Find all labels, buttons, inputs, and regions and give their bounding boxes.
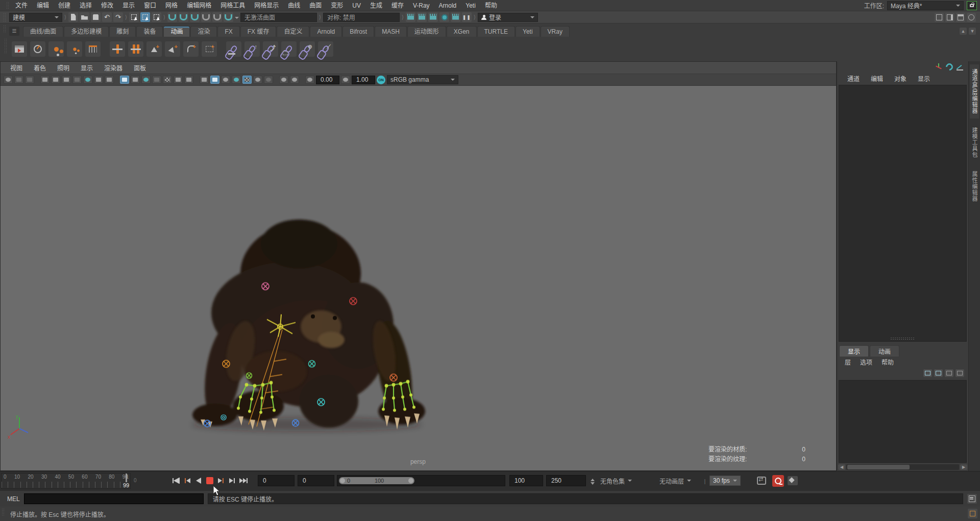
isolate-select-icon[interactable] [279, 76, 288, 84]
shelf-tab-0[interactable]: 曲线/曲面 [23, 26, 63, 37]
section-collapse[interactable]: ⟩ [163, 13, 166, 22]
sidebar-vtab-2[interactable]: 属性编辑器 [970, 167, 979, 206]
chevron-down-icon[interactable] [235, 17, 239, 21]
menu-item-2[interactable]: 创建 [54, 0, 75, 11]
gamma-field[interactable]: 1.00 [352, 76, 375, 84]
range-preset-spinner[interactable] [591, 477, 595, 487]
view-transform-selector[interactable]: sRGB gamma [387, 75, 458, 84]
speed-state-icon[interactable] [945, 63, 953, 71]
toggle-channel-box-button[interactable] [967, 13, 976, 22]
shelf-tab-4[interactable]: 动画 [163, 26, 190, 37]
render-settings-button[interactable] [451, 12, 460, 22]
playback-end-field[interactable]: 100 [509, 475, 543, 486]
bake-keys-icon[interactable]: + [202, 41, 217, 57]
set-driven-key-icon[interactable] [30, 41, 45, 57]
snap-grid-button[interactable] [167, 12, 177, 22]
layer-menu-1[interactable]: 选项 [855, 358, 877, 366]
select-camera-icon[interactable] [40, 76, 50, 84]
menu-item-15[interactable]: 生成 [365, 0, 387, 11]
channel-box-menu-2[interactable]: 对象 [889, 74, 912, 83]
menu-item-20[interactable]: 帮助 [480, 0, 502, 11]
sidebar-vtab-0[interactable]: 通道盒/层编辑器 [970, 64, 979, 119]
menu-item-5[interactable]: 显示 [118, 0, 139, 11]
step-back-key-button[interactable] [182, 476, 192, 486]
menu-item-8[interactable]: 编辑网格 [182, 0, 216, 11]
snap-projected-center-button[interactable] [201, 12, 211, 22]
viewport-menu-5[interactable]: 面板 [128, 63, 152, 72]
character-set-selector[interactable]: 无角色集 [600, 476, 632, 486]
aim-constraint-icon[interactable] [281, 41, 297, 57]
animation-end-field[interactable]: 250 [546, 475, 586, 486]
bookmark-icon[interactable] [72, 76, 82, 84]
shelf-tab-8[interactable]: 自定义 [277, 26, 309, 37]
menu-item-19[interactable]: Yeti [461, 0, 480, 11]
shelf-tab-7[interactable]: FX 缓存 [240, 26, 277, 37]
menu-item-18[interactable]: Arnold [434, 0, 461, 11]
section-collapse[interactable]: ⟩ [401, 13, 404, 22]
motion-trail-icon[interactable]: + [183, 41, 199, 57]
xyz-filter-icon[interactable] [935, 63, 943, 71]
viewcube-toggle-icon[interactable] [4, 76, 13, 84]
render-view-button[interactable] [439, 12, 449, 22]
resolution-gate-icon[interactable] [141, 76, 151, 84]
create-light-icon[interactable] [83, 76, 92, 84]
viewport-canvas[interactable]: y x persp 要渲染的材质:0 要渲染的纹理:0 [1, 86, 836, 470]
channel-box-menu-0[interactable]: 通道 [842, 74, 865, 83]
menu-item-11[interactable]: 曲线 [283, 0, 305, 11]
shelf-tab-5[interactable]: 渲染 [190, 26, 217, 37]
range-slider-track[interactable]: 0 100 [339, 477, 414, 484]
playback-loop-icon[interactable] [757, 477, 766, 485]
go-to-end-button[interactable] [238, 476, 249, 486]
channel-box-menu-3[interactable]: 显示 [913, 74, 935, 83]
viewport-menu-1[interactable]: 着色 [28, 63, 52, 72]
exposure-field[interactable]: 0.00 [316, 76, 339, 84]
scroll-right-icon[interactable]: ▶ [960, 464, 967, 470]
animation-start-field[interactable]: 0 [258, 475, 295, 486]
make-live-button[interactable] [224, 12, 233, 22]
channel-box-list[interactable] [839, 85, 967, 342]
gate-mask-icon[interactable] [152, 76, 161, 84]
channel-box-menu-1[interactable]: 编辑 [866, 74, 888, 83]
grid-toggle-icon[interactable] [120, 76, 129, 84]
sidebar-vtab-1[interactable]: 建模工具包 [970, 123, 979, 162]
layer-scrollbar[interactable] [846, 464, 959, 470]
field-chart-icon[interactable] [163, 76, 172, 84]
orient-constraint-icon[interactable]: ⤴ [263, 41, 278, 57]
menu-item-12[interactable]: 曲面 [305, 0, 326, 11]
section-collapse[interactable]: ⟩ [64, 13, 67, 22]
live-surface-field[interactable]: 无激活曲面 [240, 13, 317, 22]
lock-camera-icon[interactable] [51, 76, 60, 84]
select-object-button[interactable] [140, 12, 150, 22]
shelf-tab-13[interactable]: XGen [447, 26, 477, 37]
menu-item-16[interactable]: 缓存 [387, 0, 408, 11]
set-key-icon[interactable] [110, 41, 125, 57]
section-collapse[interactable]: ⟩ [318, 13, 322, 22]
fps-selector[interactable]: 30 fps [709, 476, 741, 486]
cluster-icon[interactable] [48, 41, 64, 57]
set-key-options-icon[interactable] [128, 41, 143, 57]
move-layer-down-icon[interactable] [934, 369, 943, 377]
command-language-button[interactable]: MEL [3, 495, 20, 503]
lattice-points-icon[interactable] [67, 41, 82, 57]
menu-item-10[interactable]: 网格显示 [250, 0, 283, 11]
exposure-reset-icon[interactable] [305, 76, 314, 84]
workspace-lock-button[interactable] [967, 1, 977, 10]
snap-view-plane-button[interactable] [212, 12, 222, 22]
pause-viewport-button[interactable] [462, 12, 472, 22]
parent-constraint-icon[interactable] [226, 41, 241, 57]
render-button[interactable] [406, 12, 415, 22]
ambient-occlusion-icon[interactable] [264, 76, 273, 84]
new-scene-button[interactable] [68, 12, 78, 22]
select-hierarchy-button[interactable] [129, 12, 139, 22]
xray-icon[interactable] [290, 76, 299, 84]
layer-tab-0[interactable]: 显示 [839, 345, 869, 357]
safe-action-icon[interactable] [174, 76, 183, 84]
hypergraph-icon[interactable] [956, 63, 964, 71]
section-collapse[interactable]: ⟩ [125, 13, 128, 22]
image-plane-icon[interactable] [25, 76, 34, 84]
scroll-left-icon[interactable]: ◀ [838, 464, 845, 470]
shelf-icons-grip[interactable] [4, 38, 8, 54]
panel-splitter[interactable] [837, 342, 968, 345]
anim-layer-selector[interactable]: 无动画层 [659, 476, 691, 486]
menu-set-selector[interactable]: 建模 [9, 13, 62, 22]
